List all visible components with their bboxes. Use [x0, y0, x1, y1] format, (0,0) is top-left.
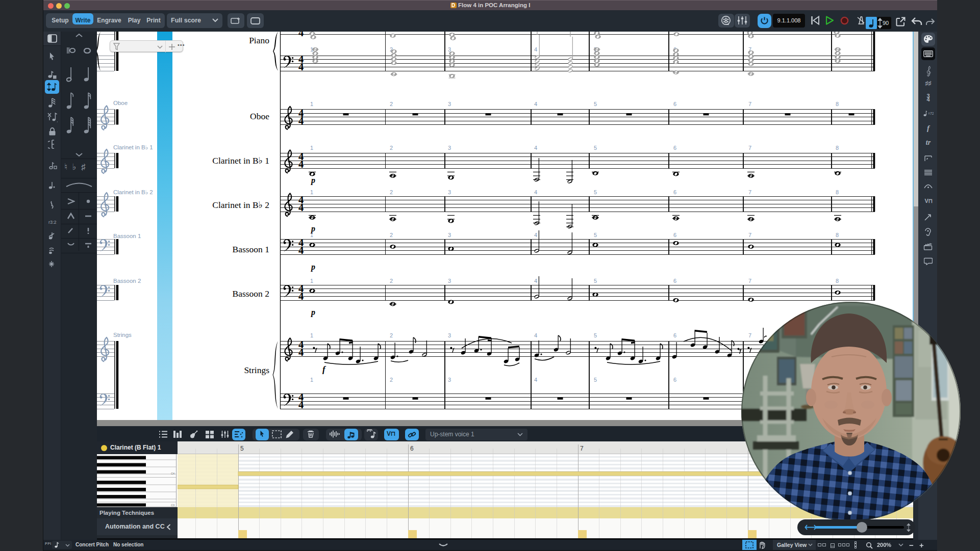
svg-text:1: 1 [310, 332, 313, 338]
svg-text:8: 8 [836, 189, 839, 195]
svg-text:5: 5 [594, 377, 597, 383]
svg-text:5: 5 [594, 145, 597, 151]
svg-text:Clarinet in B♭ 2: Clarinet in B♭ 2 [212, 200, 269, 210]
svg-text:2: 2 [390, 232, 393, 238]
svg-text:Oboe: Oboe [113, 100, 128, 106]
svg-text:4: 4 [298, 61, 304, 72]
svg-text:1: 1 [310, 189, 313, 195]
svg-text:C3: C3 [171, 504, 174, 507]
svg-text:3: 3 [448, 101, 451, 107]
svg-text:Bassoon 2: Bassoon 2 [113, 278, 141, 284]
svg-text:3: 3 [448, 46, 451, 53]
svg-text:5: 5 [594, 232, 597, 238]
svg-text:4: 4 [298, 245, 304, 256]
svg-text:2: 2 [390, 101, 393, 107]
svg-text:p: p [310, 308, 315, 317]
svg-text:8: 8 [836, 232, 839, 238]
svg-text:Oboe: Oboe [250, 111, 269, 121]
svg-text:3: 3 [448, 232, 451, 238]
svg-text:4: 4 [534, 189, 537, 195]
svg-text:4: 4 [534, 232, 537, 238]
svg-text:4: 4 [298, 347, 304, 358]
svg-text:C4: C4 [171, 472, 174, 475]
svg-text:7: 7 [580, 445, 584, 452]
svg-text:6: 6 [673, 278, 676, 284]
svg-text:8: 8 [836, 278, 839, 284]
svg-text:3: 3 [448, 145, 451, 151]
svg-text:2: 2 [390, 189, 393, 195]
svg-text:4: 4 [298, 291, 304, 302]
svg-text:Bassoon 2: Bassoon 2 [233, 288, 269, 299]
svg-text:3: 3 [448, 332, 451, 338]
svg-text:1: 1 [310, 101, 313, 107]
svg-text:6: 6 [673, 232, 676, 238]
svg-text:4: 4 [298, 32, 304, 38]
svg-text:1: 1 [310, 278, 313, 284]
svg-text:Strings: Strings [244, 365, 269, 375]
svg-text:Bassoon 1: Bassoon 1 [113, 233, 141, 239]
svg-text:4: 4 [298, 399, 304, 410]
svg-text:4: 4 [534, 101, 537, 107]
svg-text:4: 4 [534, 145, 537, 151]
svg-text:4: 4 [534, 377, 537, 383]
svg-text:5: 5 [594, 101, 597, 107]
svg-text:5: 5 [594, 278, 597, 284]
svg-text:Clarinet in B♭ 1: Clarinet in B♭ 1 [212, 155, 269, 166]
svg-text:Strings: Strings [113, 332, 132, 338]
svg-text:7: 7 [748, 232, 751, 238]
svg-text:7: 7 [748, 278, 751, 284]
svg-text:8: 8 [836, 145, 839, 151]
svg-text:6: 6 [673, 101, 676, 107]
svg-text:6: 6 [673, 145, 676, 151]
svg-text:4: 4 [534, 46, 537, 53]
svg-text:p: p [310, 263, 315, 272]
svg-text:r3:2: r3:2 [48, 220, 57, 225]
svg-text:=72: =72 [928, 112, 934, 115]
svg-text:3: 3 [448, 278, 451, 284]
svg-text:1: 1 [310, 145, 313, 151]
svg-text:2: 2 [390, 145, 393, 151]
svg-text:5: 5 [594, 332, 597, 338]
svg-text:4: 4 [298, 115, 304, 126]
svg-text:Piano: Piano [249, 35, 269, 45]
svg-text:5: 5 [594, 189, 597, 195]
svg-text:3: 3 [448, 189, 451, 195]
svg-text:7: 7 [748, 189, 751, 195]
svg-text:Bassoon 1: Bassoon 1 [233, 244, 269, 254]
svg-text:Clarinet in B♭ 2: Clarinet in B♭ 2 [113, 189, 153, 195]
svg-text:6: 6 [410, 445, 414, 452]
svg-text:2: 2 [390, 332, 393, 338]
svg-text:2: 2 [390, 377, 393, 383]
svg-text:7: 7 [748, 145, 751, 151]
svg-text:7: 7 [748, 101, 751, 107]
svg-text:4: 4 [298, 159, 304, 170]
svg-text:3: 3 [448, 377, 451, 383]
svg-text:5: 5 [240, 445, 244, 452]
svg-text:2: 2 [390, 278, 393, 284]
svg-text:4: 4 [534, 278, 537, 284]
svg-text:1: 1 [310, 377, 313, 383]
svg-text:6: 6 [673, 377, 676, 383]
svg-text:8: 8 [836, 101, 839, 107]
svg-text:4: 4 [298, 202, 304, 213]
svg-text:6: 6 [673, 189, 676, 195]
svg-text:Clarinet in B♭ 1: Clarinet in B♭ 1 [113, 144, 153, 150]
svg-text:6: 6 [673, 332, 676, 338]
svg-text:4: 4 [534, 332, 537, 338]
svg-text:p: p [310, 176, 315, 185]
svg-text:p: p [310, 224, 315, 233]
